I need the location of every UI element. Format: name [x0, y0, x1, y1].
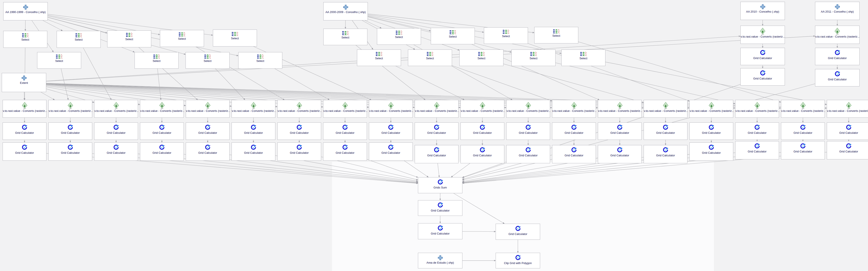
select-node[interactable]: Select: [213, 30, 257, 47]
vtorast-node[interactable]: v.to.rast.value - Converts (rasteriz...: [644, 100, 687, 118]
grass-vtorast-icon: [205, 102, 211, 109]
edge-extent-to-vr-1: [41, 92, 55, 100]
select-node[interactable]: Select: [512, 50, 556, 66]
input-node-aa-2000-2009[interactable]: AA 2000-2009 - Concelho (.shp): [323, 2, 368, 21]
select-node[interactable]: Select: [459, 50, 503, 66]
select-node[interactable]: Select: [160, 30, 204, 47]
vtorast-node[interactable]: v.to.rast.value - Converts (rasteriz...: [231, 100, 275, 118]
select-node[interactable]: Select: [238, 52, 282, 69]
grid-calculator-node[interactable]: Grid Calculator: [815, 69, 860, 86]
vtorast-node[interactable]: v.to.rast.value - Converts (rasteriz...: [49, 100, 92, 118]
select-icon: [553, 29, 560, 34]
grid-calculator-node[interactable]: Grid Calculator: [186, 122, 229, 140]
select-node[interactable]: Select: [57, 31, 101, 48]
vtorast-node[interactable]: v.to.rast.value - Converts (rasteriz...: [3, 100, 46, 118]
grid-calculator-node[interactable]: Grid Calculator: [140, 143, 184, 161]
vtorast-node[interactable]: v.to.rast.value - Converts (rasteriz...: [827, 100, 868, 118]
vtorast-node[interactable]: v.to.rast.value - Converts (rasteriz...: [781, 100, 825, 118]
grid-calculator-node[interactable]: Grid Calculator: [552, 122, 596, 140]
vtorast-node[interactable]: v.to.rast.value - Converts (rasteriz...: [140, 100, 184, 118]
grid-calculator-node[interactable]: Grid Calculator: [415, 145, 459, 163]
select-node[interactable]: Select: [134, 52, 179, 69]
grid-calculator-node[interactable]: Grid Calculator: [323, 143, 367, 161]
grid-calculator-node[interactable]: Grid Calculator: [186, 143, 229, 161]
grid-calculator-node[interactable]: Grid Calculator: [740, 48, 785, 65]
grid-calculator-node[interactable]: Grid Calculator: [94, 122, 138, 140]
grid-calculator-node[interactable]: Grid Calculator: [506, 145, 550, 163]
grid-calculator-node[interactable]: Grid Calculator: [735, 141, 779, 159]
vtorast-node[interactable]: v.to.rast.value - Converts (rasteriz...: [186, 100, 229, 118]
vtorast-node[interactable]: v.to.rast.value - Converts (rasteriz...: [369, 100, 413, 118]
select-node[interactable]: Select: [357, 50, 401, 66]
select-node[interactable]: Select: [561, 50, 606, 66]
select-node[interactable]: Select: [37, 52, 81, 69]
grid-calculator-node[interactable]: Grid Calculator: [369, 122, 413, 140]
grid-calculator-node[interactable]: Grid Calculator: [3, 143, 46, 161]
select-node[interactable]: Select: [186, 52, 229, 69]
grid-calculator-node[interactable]: Grid Calculator: [94, 143, 138, 161]
grid-calculator-node[interactable]: Grid Calculator: [496, 224, 540, 240]
input-node-extent[interactable]: Extent: [2, 73, 46, 92]
clip-grid-node[interactable]: Clip Grid with Polygon: [496, 253, 540, 268]
grid-calculator-node[interactable]: Grid Calculator: [598, 122, 642, 140]
grid-calculator-node[interactable]: Grid Calculator: [781, 122, 825, 140]
grid-calculator-node[interactable]: Grid Calculator: [735, 122, 779, 140]
grid-calculator-node[interactable]: Grid Calculator: [598, 145, 642, 163]
grid-calculator-node[interactable]: Grid Calculator: [461, 145, 504, 163]
grid-calculator-node[interactable]: Grid Calculator: [552, 145, 596, 163]
model-canvas[interactable]: AA 1990-1999 - Concelho (.shp)AA 2000-20…: [0, 0, 868, 271]
grid-calculator-node[interactable]: Grid Calculator: [415, 122, 459, 140]
grid-calculator-node[interactable]: Grid Calculator: [140, 122, 184, 140]
grid-calculator-node[interactable]: Grid Calculator: [277, 122, 321, 140]
input-node-aa-1990-1999[interactable]: AA 1990-1999 - Concelho (.shp): [3, 2, 48, 21]
grid-calculator-node[interactable]: Grid Calculator: [740, 68, 785, 86]
node-label: Grid Calculator: [289, 131, 309, 134]
select-node[interactable]: Select: [323, 29, 367, 45]
grid-calculator-node[interactable]: Grid Calculator: [644, 145, 687, 163]
select-node[interactable]: Select: [107, 30, 151, 47]
select-node[interactable]: Select: [3, 31, 47, 48]
node-label: Select: [125, 38, 134, 41]
grid-calculator-node[interactable]: Grid Calculator: [418, 223, 462, 239]
grid-calculator-node[interactable]: Grid Calculator: [323, 122, 367, 140]
vtorast-node[interactable]: v.to.rast.value - Converts (rasteriz...: [735, 100, 779, 118]
grid-calculator-node[interactable]: Grid Calculator: [781, 141, 825, 159]
grid-calculator-node[interactable]: Grid Calculator: [815, 48, 860, 65]
grid-calculator-node[interactable]: Grid Calculator: [689, 122, 733, 140]
grid-calculator-node[interactable]: Grid Calculator: [461, 122, 504, 140]
input-node-aa-2010[interactable]: AA 2010 - Concelho (.shp): [740, 2, 785, 20]
grid-calculator-node[interactable]: Grid Calculator: [644, 122, 687, 140]
grid-calculator-node[interactable]: Grid Calculator: [827, 122, 868, 140]
select-node[interactable]: Select: [534, 27, 578, 43]
grid-calculator-node[interactable]: Grid Calculator: [231, 143, 275, 161]
vtorast-node[interactable]: v.to.rast.value - Converts (rasteriz...: [552, 100, 596, 118]
grids-sum-node[interactable]: Grids Sum: [418, 177, 462, 193]
grid-calculator-node[interactable]: Grid Calculator: [49, 122, 92, 140]
vtorast-node[interactable]: v.to.rast.value - Converts (rasteriz...: [415, 100, 459, 118]
input-node-aa-2011[interactable]: AA 2011 - Concelho (.shp): [815, 2, 860, 20]
grid-calculator-node[interactable]: Grid Calculator: [3, 122, 46, 140]
grid-calculator-node[interactable]: Grid Calculator: [49, 143, 92, 161]
vtorast-node[interactable]: v.to.rast.value - Converts (rasteriz...: [740, 26, 785, 44]
grid-calculator-node[interactable]: Grid Calculator: [418, 200, 462, 216]
grid-calculator-node[interactable]: Grid Calculator: [506, 122, 550, 140]
grid-calculator-node[interactable]: Grid Calculator: [231, 122, 275, 140]
grid-calculator-node[interactable]: Grid Calculator: [277, 143, 321, 161]
vtorast-node[interactable]: v.to.rast.value - Converts (rasteriz...: [323, 100, 367, 118]
select-node[interactable]: Select: [484, 27, 528, 44]
vtorast-node[interactable]: v.to.rast.value - Converts (rasteriz...: [506, 100, 550, 118]
grid-calculator-node[interactable]: Grid Calculator: [689, 143, 733, 161]
vtorast-node[interactable]: v.to.rast.value - Converts (rasteriz...: [815, 26, 860, 44]
vtorast-node[interactable]: v.to.rast.value - Converts (rasteriz...: [277, 100, 321, 118]
vtorast-node[interactable]: v.to.rast.value - Converts (rasteriz...: [689, 100, 733, 118]
vtorast-node[interactable]: v.to.rast.value - Converts (rasteriz...: [94, 100, 138, 118]
select-node[interactable]: Select: [431, 28, 475, 44]
select-node[interactable]: Select: [377, 28, 421, 45]
vtorast-node[interactable]: v.to.rast.value - Converts (rasteriz...: [461, 100, 504, 118]
input-node-area-de-estudo[interactable]: Area de Estudo (.shp): [418, 253, 462, 268]
grid-calculator-node[interactable]: Grid Calculator: [827, 141, 868, 159]
saga-module-icon: [617, 125, 623, 131]
vtorast-node[interactable]: v.to.rast.value - Converts (rasteriz...: [598, 100, 642, 118]
select-node[interactable]: Select: [408, 50, 452, 66]
grid-calculator-node[interactable]: Grid Calculator: [369, 143, 413, 161]
